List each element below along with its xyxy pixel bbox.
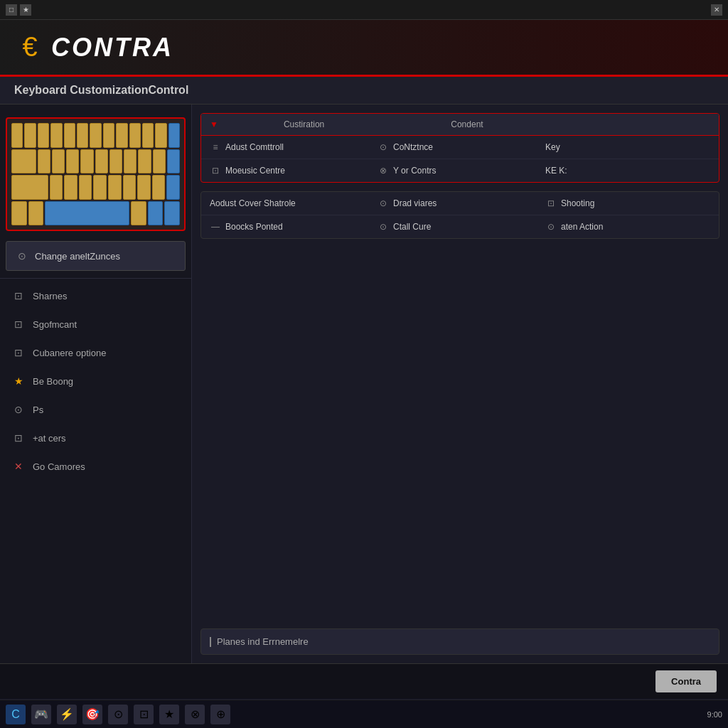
- taskbar-icon-3[interactable]: 🎯: [82, 705, 102, 724]
- sec-row2-icon2: ⊙: [378, 221, 389, 232]
- row1-icon2: ⊙: [378, 141, 389, 153]
- kb-key: [142, 123, 154, 148]
- table-row[interactable]: ⊡ Moeusic Centre ⊗ Y or Contrs KE K:: [201, 159, 719, 182]
- kb-key: [131, 201, 146, 226]
- kb-key: [123, 175, 136, 200]
- sidebar-item-sharnes[interactable]: ⊡ Sharnes: [0, 282, 191, 310]
- kb-key: [137, 175, 151, 200]
- kb-key: [79, 175, 92, 200]
- change-button[interactable]: ⊙ Change aneltZunces: [6, 241, 186, 271]
- sidebar-item-tatcers[interactable]: ⊡ +at cers: [0, 424, 191, 452]
- sidebar: ⊙ Change aneltZunces ⊡ Sharnes ⊡ Sgofmca…: [0, 105, 192, 663]
- row1-cell1: ≡ Adust Comttroll: [210, 141, 375, 153]
- kb-key: [153, 149, 166, 174]
- col1-header: Custiration: [224, 119, 384, 129]
- kb-key: [138, 149, 151, 174]
- kb-key: [167, 149, 180, 174]
- taskbar: C 🎮 ⚡ 🎯 ⊙ ⊡ ★ ⊗ ⊕ 9:00: [0, 700, 728, 728]
- logo-area: € CONTRA: [14, 32, 173, 63]
- kb-key: [95, 149, 108, 174]
- sidebar-item-sgofmcant[interactable]: ⊡ Sgofmcant: [0, 310, 191, 338]
- taskbar-right: 9:00: [707, 710, 722, 719]
- title-bar-right: ✕: [711, 4, 722, 16]
- primary-table: ▼ Custiration Condent ≡ Adust Comttroll …: [200, 113, 719, 183]
- title-bar-controls: □ ★: [6, 4, 31, 16]
- kb-key: [50, 123, 62, 148]
- ps-icon: ⊙: [11, 402, 26, 417]
- kb-key: [148, 201, 164, 226]
- sec-row1-icon2: ⊙: [378, 198, 389, 209]
- pin-button[interactable]: ★: [20, 4, 31, 16]
- row2-cell2: ⊗ Y or Contrs: [378, 165, 542, 176]
- sec-row2-label1: Boocks Ponted: [225, 222, 283, 232]
- sec-row2-cell1: — Boocks Ponted: [210, 221, 375, 232]
- row2-icon2: ⊗: [378, 165, 389, 176]
- kb-row-2: [11, 149, 180, 174]
- kb-row-4: [11, 201, 180, 226]
- sec-row1-cell1: Aodust Cover Shatrole: [210, 198, 375, 208]
- kb-spacebar: [45, 201, 129, 226]
- kb-key: [64, 175, 77, 200]
- sgofmcant-icon: ⊡: [11, 317, 26, 331]
- change-button-label: Change aneltZunces: [35, 251, 120, 262]
- taskbar-icon-1[interactable]: 🎮: [31, 705, 51, 724]
- kb-key: [38, 149, 50, 174]
- sidebar-divider: [0, 278, 191, 279]
- minimize-button[interactable]: □: [6, 4, 17, 16]
- kb-key: [152, 175, 166, 200]
- sidebar-item-beboong[interactable]: ★ Be Boong: [0, 367, 191, 395]
- kb-key: [103, 123, 114, 148]
- kb-key: [168, 123, 180, 148]
- sidebar-item-cubanere[interactable]: ⊡ Cubanere optione: [0, 338, 191, 367]
- row2-label3: KE K:: [545, 166, 567, 176]
- logo-icon: €: [14, 32, 46, 63]
- sec-row2-label3: aten Action: [561, 222, 603, 232]
- secondary-table: Aodust Cover Shatrole ⊙ Drad viares ⊡ Sh…: [200, 191, 719, 239]
- sec-row2-icon3: ⊙: [545, 221, 557, 232]
- sidebar-item-gocamores[interactable]: ✕ Go Camores: [0, 452, 191, 481]
- taskbar-icon-7[interactable]: ⊗: [185, 705, 205, 724]
- taskbar-time: 9:00: [707, 710, 722, 719]
- app-header: € CONTRA: [0, 20, 728, 77]
- kb-row-3: [11, 175, 180, 200]
- kb-key: [11, 175, 48, 200]
- sec-row2-cell2: ⊙ Ctall Cure: [378, 221, 542, 232]
- taskbar-icon-5[interactable]: ⊡: [134, 705, 154, 724]
- content-area: ▼ Custiration Condent ≡ Adust Comttroll …: [192, 105, 728, 663]
- bottom-text: Planes ind Errnemelre: [217, 636, 309, 647]
- taskbar-start[interactable]: C: [6, 705, 26, 724]
- sec-row1-cell3: ⊡ Shooting: [545, 198, 710, 209]
- bottom-section: Planes ind Errnemelre: [200, 628, 719, 655]
- sec-row1-label3: Shooting: [561, 198, 594, 208]
- sidebar-item-ps[interactable]: ⊙ Ps: [0, 395, 191, 424]
- row1-label1: Adust Comttroll: [225, 142, 284, 152]
- taskbar-icon-6[interactable]: ★: [159, 705, 179, 724]
- table-row[interactable]: — Boocks Ponted ⊙ Ctall Cure ⊙ aten Acti…: [201, 215, 719, 238]
- row2-cell1: ⊡ Moeusic Centre: [210, 165, 375, 176]
- row1-cell3: Key: [545, 142, 710, 152]
- close-button[interactable]: ✕: [711, 4, 722, 16]
- sec-row1-label2: Drad viares: [393, 198, 437, 208]
- keyboard-visual: [6, 117, 186, 231]
- row2-label2: Y or Contrs: [393, 166, 436, 176]
- kb-key: [50, 175, 63, 200]
- kb-key: [24, 123, 36, 148]
- table-row[interactable]: Aodust Cover Shatrole ⊙ Drad viares ⊡ Sh…: [201, 192, 719, 215]
- change-icon: ⊙: [15, 249, 29, 263]
- kb-key: [108, 175, 122, 200]
- taskbar-icon-2[interactable]: ⚡: [57, 705, 77, 724]
- kb-key: [109, 149, 122, 174]
- taskbar-icon-4[interactable]: ⊙: [108, 705, 128, 724]
- confirm-button[interactable]: Contra: [655, 670, 717, 692]
- table-row[interactable]: ≡ Adust Comttroll ⊙ CoNtztnce Key: [201, 136, 719, 159]
- row2-label1: Moeusic Centre: [225, 166, 285, 176]
- kb-key: [155, 123, 166, 148]
- sidebar-item-cubanere-label: Cubanere optione: [33, 348, 106, 358]
- kb-key: [11, 123, 23, 148]
- taskbar-icon-8[interactable]: ⊕: [210, 705, 230, 724]
- footer-bar: Contra: [0, 663, 728, 699]
- row1-icon1: ≡: [210, 141, 221, 153]
- header-arrow: ▼: [210, 119, 218, 129]
- sec-row1-icon3: ⊡: [545, 198, 557, 209]
- row1-label3: Key: [545, 142, 560, 152]
